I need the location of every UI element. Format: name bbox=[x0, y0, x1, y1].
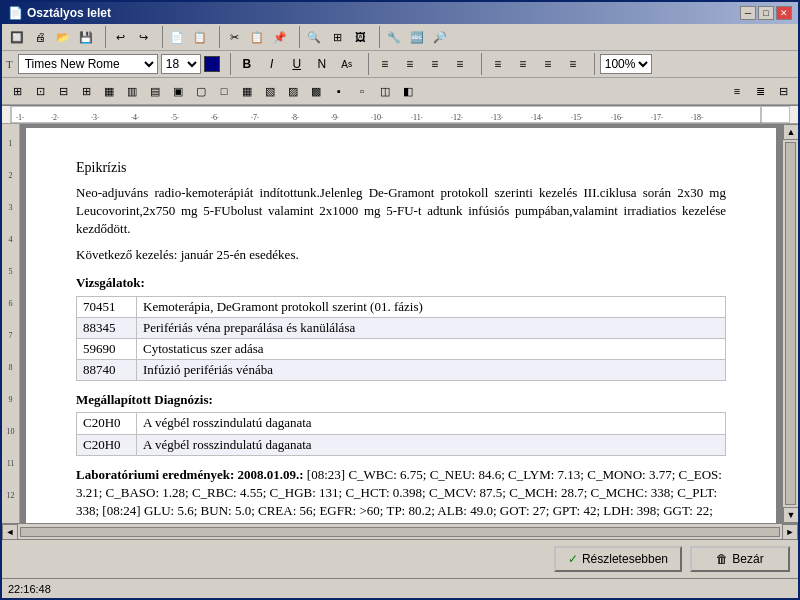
para-btn-5[interactable]: ▦ bbox=[98, 80, 120, 102]
para-btn-18[interactable]: ◧ bbox=[397, 80, 419, 102]
para-btn-10[interactable]: □ bbox=[213, 80, 235, 102]
copy-button[interactable]: 📋 bbox=[246, 26, 268, 48]
insert-button[interactable]: 📋 bbox=[189, 26, 211, 48]
para-btn-6[interactable]: ▥ bbox=[121, 80, 143, 102]
font-color-box[interactable] bbox=[204, 56, 220, 72]
para-btn-14[interactable]: ▩ bbox=[305, 80, 327, 102]
para-btn-13[interactable]: ▨ bbox=[282, 80, 304, 102]
undo-button[interactable]: ↩ bbox=[109, 26, 131, 48]
code-cell: C20H0 bbox=[77, 413, 137, 434]
align-right-button[interactable]: ≡ bbox=[424, 53, 446, 75]
details-button[interactable]: ✓ Részletesebben bbox=[554, 546, 682, 572]
justify-button[interactable]: ≡ bbox=[449, 53, 471, 75]
page-button[interactable]: 📄 bbox=[166, 26, 188, 48]
para-btn-3[interactable]: ⊟ bbox=[52, 80, 74, 102]
toolbar-area: 🔲 🖨 📂 💾 ↩ ↪ 📄 📋 ✂ 📋 📌 🔍 ⊞ 🖼 🔧 🔤 🔎 bbox=[2, 24, 798, 106]
new-button[interactable]: 🔲 bbox=[6, 26, 28, 48]
svg-text:·13·: ·13· bbox=[491, 113, 503, 122]
image-button[interactable]: 🖼 bbox=[349, 26, 371, 48]
button-bar: ✓ Részletesebben 🗑 Bezár bbox=[2, 539, 798, 578]
font-name-select[interactable]: Times New Rome bbox=[18, 54, 158, 74]
svg-text:·7·: ·7· bbox=[251, 113, 259, 122]
ruler-num-4: 4 bbox=[9, 224, 13, 256]
scroll-right-button[interactable]: ► bbox=[782, 524, 798, 540]
para-btn-2[interactable]: ⊡ bbox=[29, 80, 51, 102]
cut-button[interactable]: ✂ bbox=[223, 26, 245, 48]
table-button[interactable]: ⊞ bbox=[326, 26, 348, 48]
ruler-num-11: 11 bbox=[7, 448, 15, 480]
para-btn-9[interactable]: ▢ bbox=[190, 80, 212, 102]
zoom-select[interactable]: 100% bbox=[600, 54, 652, 74]
font-size-select[interactable]: 18 bbox=[161, 54, 201, 74]
desc-cell: Perifériás véna preparálása és kanülálás… bbox=[137, 317, 726, 338]
code-cell: 88345 bbox=[77, 317, 137, 338]
align-center-button[interactable]: ≡ bbox=[399, 53, 421, 75]
document-scroll[interactable]: Epikrízis Neo-adjuváns radio-kemoterápiá… bbox=[20, 124, 782, 523]
scroll-left-button[interactable]: ◄ bbox=[2, 524, 18, 540]
time-display: 22:16:48 bbox=[8, 583, 51, 595]
svg-text:·9·: ·9· bbox=[331, 113, 339, 122]
paste-button[interactable]: 📌 bbox=[269, 26, 291, 48]
para-btn-21[interactable]: ⊟ bbox=[772, 80, 794, 102]
list2-button[interactable]: ≡ bbox=[512, 53, 534, 75]
close-button[interactable]: ✕ bbox=[776, 6, 792, 20]
close-button-bottom[interactable]: 🗑 Bezár bbox=[690, 546, 790, 572]
code-cell: 59690 bbox=[77, 338, 137, 359]
find-button[interactable]: 🔍 bbox=[303, 26, 325, 48]
code-cell: 70451 bbox=[77, 296, 137, 317]
maximize-button[interactable]: □ bbox=[758, 6, 774, 20]
italic-button[interactable]: I bbox=[261, 53, 283, 75]
table-row: C20H0 A végbél rosszindulatú daganata bbox=[77, 434, 726, 455]
svg-text:·18·: ·18· bbox=[691, 113, 703, 122]
diagnozis-section: Megállapított Diagnózis: C20H0 A végbél … bbox=[76, 391, 726, 456]
scroll-down-button[interactable]: ▼ bbox=[783, 507, 798, 523]
para-btn-1[interactable]: ⊞ bbox=[6, 80, 28, 102]
paragraph-1: Neo-adjuváns radio-kemoterápiát indított… bbox=[76, 184, 726, 239]
para-btn-17[interactable]: ◫ bbox=[374, 80, 396, 102]
para-btn-11[interactable]: ▦ bbox=[236, 80, 258, 102]
svg-text:·2·: ·2· bbox=[51, 113, 59, 122]
scroll-thumb-h[interactable] bbox=[20, 527, 780, 537]
bold-button[interactable]: B bbox=[236, 53, 258, 75]
desc-cell: Infúzió perifériás vénába bbox=[137, 360, 726, 381]
minimize-button[interactable]: ─ bbox=[740, 6, 756, 20]
details-label: Részletesebben bbox=[582, 552, 668, 566]
strikethrough-button[interactable]: N bbox=[311, 53, 333, 75]
para-btn-15[interactable]: ▪ bbox=[328, 80, 350, 102]
para-btn-7[interactable]: ▤ bbox=[144, 80, 166, 102]
separator-1 bbox=[100, 26, 106, 48]
scroll-up-button[interactable]: ▲ bbox=[783, 124, 798, 140]
spell-button[interactable]: 🔤 bbox=[406, 26, 428, 48]
para-btn-12[interactable]: ▧ bbox=[259, 80, 281, 102]
svg-text:·1·: ·1· bbox=[16, 113, 24, 122]
para-btn-16[interactable]: ▫ bbox=[351, 80, 373, 102]
font-sep-4 bbox=[589, 53, 595, 75]
list1-button[interactable]: ≡ bbox=[487, 53, 509, 75]
main-toolbar: 🔲 🖨 📂 💾 ↩ ↪ 📄 📋 ✂ 📋 📌 🔍 ⊞ 🖼 🔧 🔤 🔎 bbox=[2, 24, 798, 51]
para-btn-19[interactable]: ≡ bbox=[726, 80, 748, 102]
ruler-num-6: 6 bbox=[9, 288, 13, 320]
window-icon: 📄 bbox=[8, 6, 23, 20]
svg-text:·6·: ·6· bbox=[211, 113, 219, 122]
desc-cell: Cytostaticus szer adása bbox=[137, 338, 726, 359]
para-btn-20[interactable]: ≣ bbox=[749, 80, 771, 102]
redo-button[interactable]: ↪ bbox=[132, 26, 154, 48]
align-left-button[interactable]: ≡ bbox=[374, 53, 396, 75]
list4-button[interactable]: ≡ bbox=[562, 53, 584, 75]
left-ruler: 1 2 3 4 5 6 7 8 9 10 11 12 13 bbox=[2, 124, 20, 523]
font-sep-3 bbox=[476, 53, 482, 75]
window-title: Osztályos lelet bbox=[27, 6, 111, 20]
para-btn-4[interactable]: ⊞ bbox=[75, 80, 97, 102]
underline-button[interactable]: U bbox=[286, 53, 308, 75]
scroll-thumb-v[interactable] bbox=[785, 142, 796, 505]
format-button[interactable]: 🔧 bbox=[383, 26, 405, 48]
save-button[interactable]: 💾 bbox=[75, 26, 97, 48]
zoom-button[interactable]: 🔎 bbox=[429, 26, 451, 48]
print-button[interactable]: 🖨 bbox=[29, 26, 51, 48]
list3-button[interactable]: ≡ bbox=[537, 53, 559, 75]
superscript-button[interactable]: As bbox=[336, 53, 358, 75]
ruler-num-1: 1 bbox=[9, 128, 13, 160]
para-btn-8[interactable]: ▣ bbox=[167, 80, 189, 102]
svg-text:·16·: ·16· bbox=[611, 113, 623, 122]
open-button[interactable]: 📂 bbox=[52, 26, 74, 48]
